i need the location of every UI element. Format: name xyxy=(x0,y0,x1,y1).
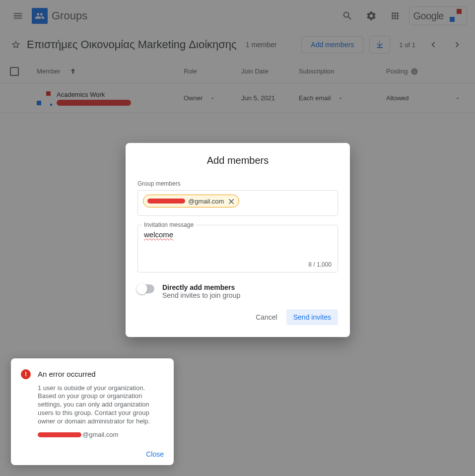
directly-add-toggle[interactable] xyxy=(137,284,154,293)
member-chip[interactable]: @gmail.com xyxy=(143,195,239,207)
error-body: 1 user is outside of your organization. … xyxy=(38,384,164,426)
invitation-message-input[interactable]: Invitation message welcome 8 / 1,000 xyxy=(137,225,338,272)
error-email-suffix: @gmail.com xyxy=(82,431,118,438)
error-icon: ! xyxy=(21,369,31,379)
error-snackbar: ! An error occurred 1 user is outside of… xyxy=(11,358,174,465)
dialog-title: Add members xyxy=(137,155,338,166)
chip-redacted-prefix xyxy=(147,199,185,204)
chip-remove-button[interactable] xyxy=(227,197,236,205)
toggle-subtitle: Send invites to join group xyxy=(162,291,240,299)
toggle-title: Directly add members xyxy=(162,283,240,291)
add-members-dialog: Add members Group members @gmail.com Inv… xyxy=(126,143,350,337)
char-counter: 8 / 1,000 xyxy=(308,261,332,268)
cancel-button[interactable]: Cancel xyxy=(250,309,283,325)
invitation-label: Invitation message xyxy=(142,221,196,228)
group-members-input[interactable]: @gmail.com xyxy=(137,190,338,216)
group-members-label: Group members xyxy=(137,180,338,187)
invitation-text: welcome xyxy=(144,230,173,239)
error-title: An error occurred xyxy=(38,370,96,378)
error-email-redacted xyxy=(38,432,81,437)
error-close-button[interactable]: Close xyxy=(146,450,164,458)
close-icon xyxy=(227,197,235,205)
send-invites-button[interactable]: Send invites xyxy=(286,309,338,325)
chip-email-suffix: @gmail.com xyxy=(188,198,224,205)
